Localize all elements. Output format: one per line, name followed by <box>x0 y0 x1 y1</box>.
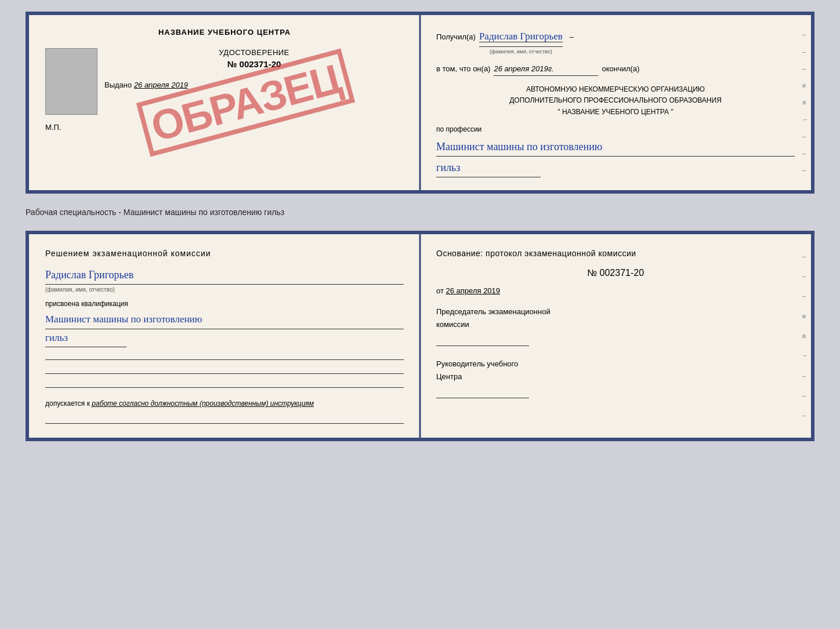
protocol-date-row: от 26 апреля 2019 <box>436 285 795 297</box>
bottom-name-block: Радислав Григорьев (фамилия, имя, отчест… <box>45 266 404 294</box>
profession-line2: гильз <box>436 159 541 177</box>
school-name-top: НАЗВАНИЕ УЧЕБНОГО ЦЕНТРА <box>45 28 404 37</box>
decision-text: Решением экзаменационной комиссии <box>45 247 404 261</box>
cert-title: УДОСТОВЕРЕНИЕ <box>104 48 404 57</box>
protocol-number: № 002371-20 <box>436 265 795 281</box>
profession-label: по профессии <box>436 123 795 136</box>
director-block: Руководитель учебного Центра <box>436 358 795 398</box>
qual-line1: Машинист машины по изготовлению <box>45 311 404 329</box>
received-name: Радислав Григорьев <box>479 31 563 42</box>
bottom-doc-right: Основание: протокол экзаменационной коми… <box>420 234 811 438</box>
blank-line-3 <box>45 375 404 388</box>
cert-number: № 002371-20 <box>104 59 404 69</box>
bottom-fio-hint: (фамилия, имя, отчество) <box>45 285 404 294</box>
cert-issued: Выдано 26 апреля 2019 <box>104 81 404 89</box>
bottom-document: Решением экзаменационной комиссии Радисл… <box>26 231 814 442</box>
top-doc-right: Получил(а) Радислав Григорьев (фамилия, … <box>420 15 811 190</box>
blank-line-4 <box>45 411 404 424</box>
qual-line2: гильз <box>45 329 126 348</box>
page-container: НАЗВАНИЕ УЧЕБНОГО ЦЕНТРА УДОСТОВЕРЕНИЕ №… <box>12 12 828 441</box>
received-label: Получил(а) <box>436 30 476 43</box>
top-document: НАЗВАНИЕ УЧЕБНОГО ЦЕНТРА УДОСТОВЕРЕНИЕ №… <box>26 12 814 194</box>
received-name-block: Радислав Григорьев (фамилия, имя, отчест… <box>479 28 563 56</box>
completed-label: окончил(а) <box>602 62 639 75</box>
completed-date: 26 апреля 2019г. <box>494 62 598 76</box>
chairman-sig-line <box>436 333 529 346</box>
org-line1: АВТОНОМНУЮ НЕКОММЕРЧЕСКУЮ ОРГАНИЗАЦИЮ <box>436 84 795 95</box>
chairman-block: Председатель экзаменационной комиссии <box>436 306 795 346</box>
fio-hint-top: (фамилия, имя, отчество) <box>479 46 563 56</box>
allowed-block: допускается к работе согласно должностны… <box>45 398 404 409</box>
bottom-right-margin-dashes: – – – и а ← – – – <box>802 240 809 432</box>
director-sig-line <box>436 386 529 398</box>
director-line2: Центра <box>436 370 795 383</box>
bottom-name: Радислав Григорьев <box>45 266 404 285</box>
right-margin-dashes: – – – и а ← – – – <box>802 21 809 184</box>
cert-body: УДОСТОВЕРЕНИЕ № 002371-20 Выдано 26 апре… <box>45 48 404 115</box>
protocol-date: 26 апреля 2019 <box>446 286 501 295</box>
allowed-text: работе согласно должностным (производств… <box>92 399 314 408</box>
specialty-label: Рабочая специальность - Машинист машины … <box>26 204 814 220</box>
profession-handwritten: Машинист машины по изготовлению <box>436 138 795 157</box>
org-name: НАЗВАНИЕ УЧЕБНОГО ЦЕНТРА <box>562 108 669 116</box>
bottom-doc-left: Решением экзаменационной комиссии Радисл… <box>29 234 420 438</box>
allowed-prefix: допускается к <box>45 399 90 408</box>
director-line1: Руководитель учебного <box>436 358 795 370</box>
org-line2: ДОПОЛНИТЕЛЬНОГО ПРОФЕССИОНАЛЬНОГО ОБРАЗО… <box>436 95 795 106</box>
cert-info: УДОСТОВЕРЕНИЕ № 002371-20 Выдано 26 апре… <box>104 48 404 115</box>
cert-photo <box>45 48 97 115</box>
top-doc-left: НАЗВАНИЕ УЧЕБНОГО ЦЕНТРА УДОСТОВЕРЕНИЕ №… <box>29 15 420 190</box>
in-that-label: в том, что он(а) <box>436 62 490 75</box>
org-quote2: " <box>671 108 673 116</box>
assigned-text: присвоена квалификация <box>45 298 404 310</box>
chairman-line1: Председатель экзаменационной <box>436 306 795 318</box>
dash-top: – <box>570 30 574 43</box>
blank-line-1 <box>45 347 404 360</box>
date-row: в том, что он(а) 26 апреля 2019г. окончи… <box>436 62 795 76</box>
org-name-line: " НАЗВАНИЕ УЧЕБНОГО ЦЕНТРА " <box>436 107 795 118</box>
blank-line-2 <box>45 361 404 374</box>
received-row: Получил(а) Радислав Григорьев (фамилия, … <box>436 28 795 56</box>
basis-block: Основание: протокол экзаменационной коми… <box>436 247 795 261</box>
issued-label: Выдано <box>104 81 132 89</box>
issued-date: 26 апреля 2019 <box>134 81 188 89</box>
chairman-line2: комиссии <box>436 318 795 331</box>
profession-block: по профессии Машинист машины по изготовл… <box>436 123 795 177</box>
org-block: АВТОНОМНУЮ НЕКОММЕРЧЕСКУЮ ОРГАНИЗАЦИЮ ДО… <box>436 84 795 118</box>
date-prefix: от <box>436 286 444 295</box>
org-quote1: " <box>557 108 560 116</box>
mp-label: М.П. <box>45 123 61 132</box>
